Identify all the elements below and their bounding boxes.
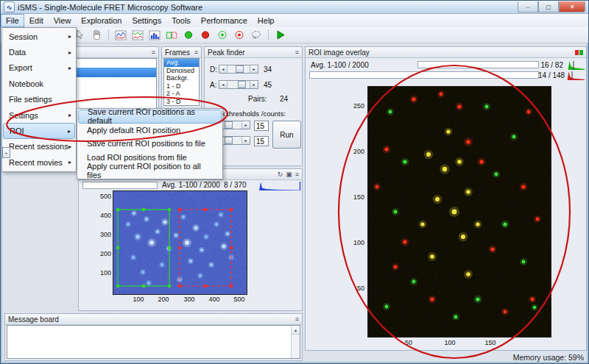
message-board-scrollbar[interactable]: ▲ (291, 326, 300, 358)
run-button[interactable]: Run (272, 121, 301, 149)
scroll-up-icon[interactable]: ▲ (292, 326, 300, 335)
menubar-item-file[interactable]: File (1, 14, 24, 27)
menu-item-export[interactable]: Export▸ (3, 60, 75, 76)
panel-menu-icon[interactable]: ≡ (152, 49, 155, 56)
frame-slider[interactable] (82, 182, 158, 189)
frames-item-denoised[interactable]: Denoised (164, 67, 199, 75)
x-tick: 150 (482, 339, 499, 346)
trace-plot-icon[interactable] (113, 29, 128, 42)
refresh-icon[interactable]: ↻ (278, 171, 283, 178)
file-menu: Session▸ Data▸ Export▸ Notebook File set… (1, 27, 77, 172)
intensity-histogram-red (565, 70, 585, 83)
a-slider-label: A: (210, 81, 216, 89)
menubar-item-edit[interactable]: Edit (24, 14, 49, 27)
submenu-item-save-to-file[interactable]: Save current ROI positions to file (78, 137, 222, 151)
slider-thumb[interactable] (238, 81, 246, 88)
green-circle-icon[interactable] (181, 29, 196, 42)
overlay-image-icon[interactable] (575, 50, 583, 55)
red-peak-icon[interactable] (232, 29, 247, 42)
green-threshold-slider[interactable] (417, 61, 539, 68)
panel-menu-icon[interactable]: ≡ (194, 49, 198, 56)
overlay-image[interactable] (367, 86, 551, 338)
raw-image[interactable] (113, 190, 247, 295)
submenu-arrow-icon: ▸ (68, 112, 71, 118)
lasso-icon[interactable] (249, 29, 264, 42)
toolbar (1, 27, 588, 43)
menu-item-recent-sessions[interactable]: Recent sessions▸ (3, 139, 75, 154)
close-button[interactable]: ✕ (559, 1, 585, 13)
maximize-button[interactable]: ▢ (538, 1, 559, 13)
threshold-d-input[interactable] (254, 121, 269, 131)
panel-menu-icon[interactable]: ≡ (295, 316, 299, 323)
frames-listbox[interactable]: Avg. Denoised Backgr. 1 - D 2 - A 3 - D (163, 58, 200, 106)
submenu-item-apply-all[interactable]: Apply current ROI position to all files (78, 164, 222, 178)
green-peak-icon[interactable] (215, 29, 230, 42)
hand-tool-icon[interactable] (89, 29, 104, 42)
red-circle-icon[interactable] (198, 29, 213, 42)
window-buttons: – ▢ ✕ (518, 1, 585, 13)
y-tick: 200 (348, 148, 364, 155)
slider-left-arrow[interactable]: ◄ (219, 65, 228, 73)
submenu-item-save-default[interactable]: Save current ROI positions as default (78, 110, 222, 124)
histogram-plot-icon[interactable] (147, 29, 162, 42)
menu-item-session[interactable]: Session▸ (3, 29, 75, 44)
submenu-arrow-icon: ▸ (68, 159, 71, 165)
frames-item-avg[interactable]: Avg. (164, 59, 199, 67)
message-board-panel: Message board ≡ ▲ (4, 313, 303, 361)
slider-left-arrow[interactable]: ◄ (219, 81, 228, 88)
memory-usage-label: Memory usage: 59% (513, 353, 584, 362)
slider-right-arrow[interactable]: ► (250, 81, 258, 88)
minimize-button[interactable]: – (518, 1, 538, 13)
panel-menu-icon[interactable]: ≡ (295, 171, 299, 178)
slider-right-arrow[interactable]: ► (241, 121, 250, 129)
frames-item-3d[interactable]: 3 - D (164, 98, 199, 106)
slider-track[interactable] (228, 65, 250, 73)
menu-item-recent-movies[interactable]: Recent movies▸ (3, 154, 75, 170)
menubar-item-exploration[interactable]: Exploration (76, 14, 127, 27)
message-board-content[interactable]: ▲ (7, 325, 300, 359)
menu-item-data[interactable]: Data▸ (3, 44, 75, 60)
roi-overlay-header: ROI image overlay (306, 47, 586, 58)
dock-icon[interactable]: ▣ (286, 171, 292, 178)
message-board-title: Message board (8, 315, 59, 324)
x-tick: 200 (155, 296, 172, 303)
d-slider-label: D: (210, 65, 217, 74)
frames-item-backgr[interactable]: Backgr. (164, 74, 199, 82)
frames-item-2a[interactable]: 2 - A (164, 90, 199, 98)
menubar-item-help[interactable]: Help (253, 14, 280, 27)
roi-overlay-panel: ROI image overlay Avg. 1-100 / 2000 16 /… (305, 46, 587, 351)
roi-rect-tool-icon[interactable] (164, 29, 179, 42)
slider-right-arrow[interactable]: ► (250, 65, 258, 73)
threshold-a-input[interactable] (254, 136, 269, 146)
menu-item-settings[interactable]: Settings▸ (3, 107, 75, 123)
menu-item-file-settings[interactable]: File settings (3, 92, 75, 107)
menubar-item-settings[interactable]: Settings (127, 14, 166, 27)
panel-menu-icon[interactable]: ≡ (295, 49, 299, 56)
slider-thumb[interactable] (225, 137, 233, 144)
menu-item-notebook[interactable]: Notebook (3, 76, 75, 91)
slider-thumb[interactable] (225, 121, 233, 129)
titlebar: ∿ iSMS - Single-Molecule FRET Microscopy… (1, 1, 588, 14)
slider-thumb[interactable] (236, 65, 244, 73)
y-tick: 100 (348, 239, 364, 246)
collapse-panel-button[interactable]: - (2, 147, 10, 158)
app-window: ∿ iSMS - Single-Molecule FRET Microscopy… (0, 0, 589, 364)
frames-item-1d[interactable]: 1 - D (164, 82, 199, 90)
y-tick: 300 (94, 231, 111, 238)
y-tick: 400 (94, 212, 111, 219)
menubar-item-performance[interactable]: Performance (196, 14, 253, 27)
d-slider[interactable]: ◄ ► (219, 65, 258, 74)
a-slider[interactable]: ◄ ► (219, 80, 258, 89)
menu-item-roi[interactable]: ROI▸ (3, 123, 75, 138)
submenu-arrow-icon: ▸ (68, 49, 71, 56)
slider-right-arrow[interactable]: ► (241, 137, 250, 144)
play-icon[interactable] (273, 29, 288, 42)
menubar-item-view[interactable]: View (49, 14, 77, 27)
submenu-item-apply-default[interactable]: Apply default ROI position (78, 124, 222, 138)
submenu-arrow-icon: ▸ (68, 143, 71, 150)
slider-track[interactable] (228, 81, 250, 88)
menubar-item-tools[interactable]: Tools (166, 14, 196, 27)
red-peak-counter: 14 / 148 (538, 71, 563, 79)
red-threshold-slider[interactable] (309, 71, 539, 79)
fret-trace-plot-icon[interactable] (130, 29, 145, 42)
